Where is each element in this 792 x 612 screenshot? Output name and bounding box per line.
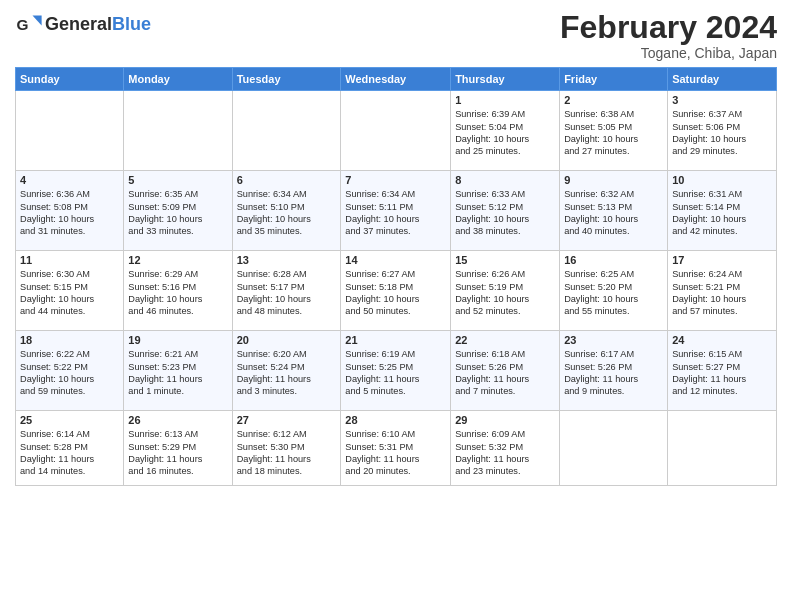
calendar-cell bbox=[341, 91, 451, 171]
col-header-saturday: Saturday bbox=[668, 68, 777, 91]
day-info: Sunrise: 6:27 AMSunset: 5:18 PMDaylight:… bbox=[345, 268, 446, 318]
calendar-cell: 2Sunrise: 6:38 AMSunset: 5:05 PMDaylight… bbox=[560, 91, 668, 171]
day-number: 10 bbox=[672, 174, 772, 186]
day-info: Sunrise: 6:20 AMSunset: 5:24 PMDaylight:… bbox=[237, 348, 337, 398]
page-container: G GeneralBlue February 2024 Togane, Chib… bbox=[0, 0, 792, 491]
day-info: Sunrise: 6:35 AMSunset: 5:09 PMDaylight:… bbox=[128, 188, 227, 238]
day-number: 8 bbox=[455, 174, 555, 186]
day-number: 28 bbox=[345, 414, 446, 426]
col-header-thursday: Thursday bbox=[451, 68, 560, 91]
col-header-sunday: Sunday bbox=[16, 68, 124, 91]
calendar-cell: 20Sunrise: 6:20 AMSunset: 5:24 PMDayligh… bbox=[232, 331, 341, 411]
day-number: 19 bbox=[128, 334, 227, 346]
svg-text:G: G bbox=[16, 16, 28, 33]
day-number: 27 bbox=[237, 414, 337, 426]
day-number: 2 bbox=[564, 94, 663, 106]
calendar-cell bbox=[124, 91, 232, 171]
day-info: Sunrise: 6:14 AMSunset: 5:28 PMDaylight:… bbox=[20, 428, 119, 478]
calendar-cell: 26Sunrise: 6:13 AMSunset: 5:29 PMDayligh… bbox=[124, 411, 232, 486]
calendar-cell: 14Sunrise: 6:27 AMSunset: 5:18 PMDayligh… bbox=[341, 251, 451, 331]
day-number: 23 bbox=[564, 334, 663, 346]
calendar-cell: 17Sunrise: 6:24 AMSunset: 5:21 PMDayligh… bbox=[668, 251, 777, 331]
month-title: February 2024 bbox=[560, 10, 777, 45]
day-number: 4 bbox=[20, 174, 119, 186]
logo: G GeneralBlue bbox=[15, 10, 151, 38]
col-header-wednesday: Wednesday bbox=[341, 68, 451, 91]
col-header-tuesday: Tuesday bbox=[232, 68, 341, 91]
day-number: 17 bbox=[672, 254, 772, 266]
day-info: Sunrise: 6:30 AMSunset: 5:15 PMDaylight:… bbox=[20, 268, 119, 318]
day-number: 21 bbox=[345, 334, 446, 346]
calendar-cell: 12Sunrise: 6:29 AMSunset: 5:16 PMDayligh… bbox=[124, 251, 232, 331]
calendar-cell: 25Sunrise: 6:14 AMSunset: 5:28 PMDayligh… bbox=[16, 411, 124, 486]
calendar-cell bbox=[232, 91, 341, 171]
day-info: Sunrise: 6:24 AMSunset: 5:21 PMDaylight:… bbox=[672, 268, 772, 318]
calendar-cell: 4Sunrise: 6:36 AMSunset: 5:08 PMDaylight… bbox=[16, 171, 124, 251]
day-info: Sunrise: 6:10 AMSunset: 5:31 PMDaylight:… bbox=[345, 428, 446, 478]
calendar-cell bbox=[16, 91, 124, 171]
day-info: Sunrise: 6:13 AMSunset: 5:29 PMDaylight:… bbox=[128, 428, 227, 478]
calendar-cell: 5Sunrise: 6:35 AMSunset: 5:09 PMDaylight… bbox=[124, 171, 232, 251]
calendar-cell: 1Sunrise: 6:39 AMSunset: 5:04 PMDaylight… bbox=[451, 91, 560, 171]
day-info: Sunrise: 6:34 AMSunset: 5:10 PMDaylight:… bbox=[237, 188, 337, 238]
calendar-cell: 3Sunrise: 6:37 AMSunset: 5:06 PMDaylight… bbox=[668, 91, 777, 171]
day-info: Sunrise: 6:32 AMSunset: 5:13 PMDaylight:… bbox=[564, 188, 663, 238]
day-info: Sunrise: 6:19 AMSunset: 5:25 PMDaylight:… bbox=[345, 348, 446, 398]
calendar-cell: 7Sunrise: 6:34 AMSunset: 5:11 PMDaylight… bbox=[341, 171, 451, 251]
calendar-cell: 9Sunrise: 6:32 AMSunset: 5:13 PMDaylight… bbox=[560, 171, 668, 251]
calendar-cell: 6Sunrise: 6:34 AMSunset: 5:10 PMDaylight… bbox=[232, 171, 341, 251]
day-info: Sunrise: 6:31 AMSunset: 5:14 PMDaylight:… bbox=[672, 188, 772, 238]
day-number: 18 bbox=[20, 334, 119, 346]
day-info: Sunrise: 6:09 AMSunset: 5:32 PMDaylight:… bbox=[455, 428, 555, 478]
calendar-cell: 16Sunrise: 6:25 AMSunset: 5:20 PMDayligh… bbox=[560, 251, 668, 331]
svg-marker-1 bbox=[33, 16, 42, 26]
col-header-friday: Friday bbox=[560, 68, 668, 91]
day-number: 26 bbox=[128, 414, 227, 426]
day-info: Sunrise: 6:29 AMSunset: 5:16 PMDaylight:… bbox=[128, 268, 227, 318]
day-number: 9 bbox=[564, 174, 663, 186]
calendar-cell: 19Sunrise: 6:21 AMSunset: 5:23 PMDayligh… bbox=[124, 331, 232, 411]
day-info: Sunrise: 6:34 AMSunset: 5:11 PMDaylight:… bbox=[345, 188, 446, 238]
day-number: 6 bbox=[237, 174, 337, 186]
calendar-cell: 27Sunrise: 6:12 AMSunset: 5:30 PMDayligh… bbox=[232, 411, 341, 486]
day-info: Sunrise: 6:25 AMSunset: 5:20 PMDaylight:… bbox=[564, 268, 663, 318]
day-info: Sunrise: 6:21 AMSunset: 5:23 PMDaylight:… bbox=[128, 348, 227, 398]
day-info: Sunrise: 6:28 AMSunset: 5:17 PMDaylight:… bbox=[237, 268, 337, 318]
calendar-cell: 15Sunrise: 6:26 AMSunset: 5:19 PMDayligh… bbox=[451, 251, 560, 331]
calendar-cell: 8Sunrise: 6:33 AMSunset: 5:12 PMDaylight… bbox=[451, 171, 560, 251]
day-number: 12 bbox=[128, 254, 227, 266]
day-number: 5 bbox=[128, 174, 227, 186]
day-info: Sunrise: 6:38 AMSunset: 5:05 PMDaylight:… bbox=[564, 108, 663, 158]
day-info: Sunrise: 6:18 AMSunset: 5:26 PMDaylight:… bbox=[455, 348, 555, 398]
day-number: 16 bbox=[564, 254, 663, 266]
day-info: Sunrise: 6:36 AMSunset: 5:08 PMDaylight:… bbox=[20, 188, 119, 238]
calendar-header-row: SundayMondayTuesdayWednesdayThursdayFrid… bbox=[16, 68, 777, 91]
day-info: Sunrise: 6:15 AMSunset: 5:27 PMDaylight:… bbox=[672, 348, 772, 398]
calendar-cell bbox=[668, 411, 777, 486]
calendar-cell: 18Sunrise: 6:22 AMSunset: 5:22 PMDayligh… bbox=[16, 331, 124, 411]
day-number: 29 bbox=[455, 414, 555, 426]
day-info: Sunrise: 6:12 AMSunset: 5:30 PMDaylight:… bbox=[237, 428, 337, 478]
calendar-table: SundayMondayTuesdayWednesdayThursdayFrid… bbox=[15, 67, 777, 486]
day-info: Sunrise: 6:39 AMSunset: 5:04 PMDaylight:… bbox=[455, 108, 555, 158]
logo-blue-text: Blue bbox=[112, 14, 151, 34]
calendar-cell: 28Sunrise: 6:10 AMSunset: 5:31 PMDayligh… bbox=[341, 411, 451, 486]
header: G GeneralBlue February 2024 Togane, Chib… bbox=[15, 10, 777, 61]
calendar-cell bbox=[560, 411, 668, 486]
calendar-cell: 29Sunrise: 6:09 AMSunset: 5:32 PMDayligh… bbox=[451, 411, 560, 486]
calendar-cell: 21Sunrise: 6:19 AMSunset: 5:25 PMDayligh… bbox=[341, 331, 451, 411]
day-info: Sunrise: 6:17 AMSunset: 5:26 PMDaylight:… bbox=[564, 348, 663, 398]
day-number: 14 bbox=[345, 254, 446, 266]
col-header-monday: Monday bbox=[124, 68, 232, 91]
day-number: 13 bbox=[237, 254, 337, 266]
title-block: February 2024 Togane, Chiba, Japan bbox=[560, 10, 777, 61]
day-number: 20 bbox=[237, 334, 337, 346]
day-number: 22 bbox=[455, 334, 555, 346]
day-number: 25 bbox=[20, 414, 119, 426]
logo-general-text: General bbox=[45, 14, 112, 34]
calendar-cell: 23Sunrise: 6:17 AMSunset: 5:26 PMDayligh… bbox=[560, 331, 668, 411]
location: Togane, Chiba, Japan bbox=[560, 45, 777, 61]
day-number: 7 bbox=[345, 174, 446, 186]
day-info: Sunrise: 6:37 AMSunset: 5:06 PMDaylight:… bbox=[672, 108, 772, 158]
calendar-cell: 22Sunrise: 6:18 AMSunset: 5:26 PMDayligh… bbox=[451, 331, 560, 411]
